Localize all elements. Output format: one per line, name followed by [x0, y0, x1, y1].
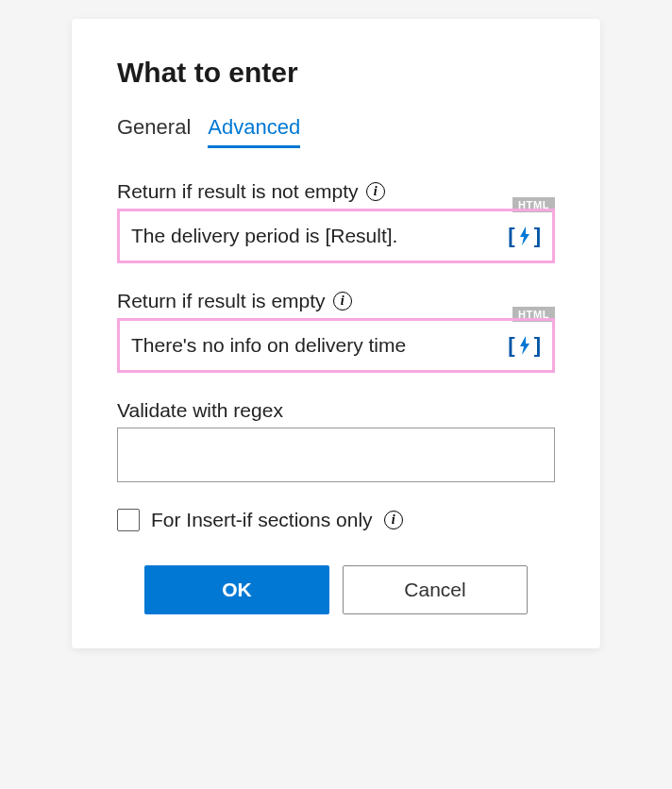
- ok-button[interactable]: OK: [144, 565, 329, 614]
- checkbox-label: For Insert-if sections only: [151, 509, 373, 531]
- input-regex[interactable]: [117, 428, 555, 482]
- field-label-row: Validate with regex: [117, 399, 555, 422]
- field-regex: Validate with regex: [117, 399, 555, 482]
- checkbox-row: For Insert-if sections only i: [117, 509, 555, 531]
- input-not-empty[interactable]: The delivery period is [Result]. [ ]: [117, 209, 555, 263]
- page-title: What to enter: [117, 57, 555, 89]
- lightning-icon: [517, 226, 532, 246]
- bracket-left-icon: [: [508, 333, 514, 358]
- tabs: General Advanced: [117, 115, 555, 148]
- field-not-empty: Return if result is not empty i HTML The…: [117, 180, 555, 263]
- field-empty: Return if result is empty i HTML There's…: [117, 290, 555, 373]
- dialog: What to enter General Advanced Return if…: [72, 19, 600, 648]
- info-icon[interactable]: i: [384, 511, 403, 529]
- bracket-right-icon: ]: [534, 224, 541, 248]
- info-icon[interactable]: i: [333, 292, 352, 311]
- info-icon[interactable]: i: [366, 182, 385, 201]
- lightning-icon: [517, 335, 532, 356]
- input-value: The delivery period is [Result].: [131, 225, 500, 247]
- cancel-button[interactable]: Cancel: [343, 565, 528, 614]
- tab-advanced[interactable]: Advanced: [208, 115, 300, 148]
- input-value: There's no info on delivery time: [131, 334, 500, 357]
- bracket-left-icon: [: [508, 224, 514, 248]
- field-label-regex: Validate with regex: [117, 399, 283, 422]
- lightning-button[interactable]: [ ]: [508, 333, 541, 358]
- tab-general[interactable]: General: [117, 115, 191, 148]
- field-label-not-empty: Return if result is not empty: [117, 180, 359, 203]
- field-label-empty: Return if result is empty: [117, 290, 326, 312]
- button-row: OK Cancel: [117, 565, 555, 614]
- checkbox-insert-if[interactable]: [117, 509, 140, 531]
- bracket-right-icon: ]: [534, 333, 541, 358]
- field-label-row: Return if result is empty i: [117, 290, 555, 312]
- input-empty[interactable]: There's no info on delivery time [ ]: [117, 318, 555, 373]
- field-label-row: Return if result is not empty i: [117, 180, 555, 203]
- lightning-button[interactable]: [ ]: [508, 224, 541, 248]
